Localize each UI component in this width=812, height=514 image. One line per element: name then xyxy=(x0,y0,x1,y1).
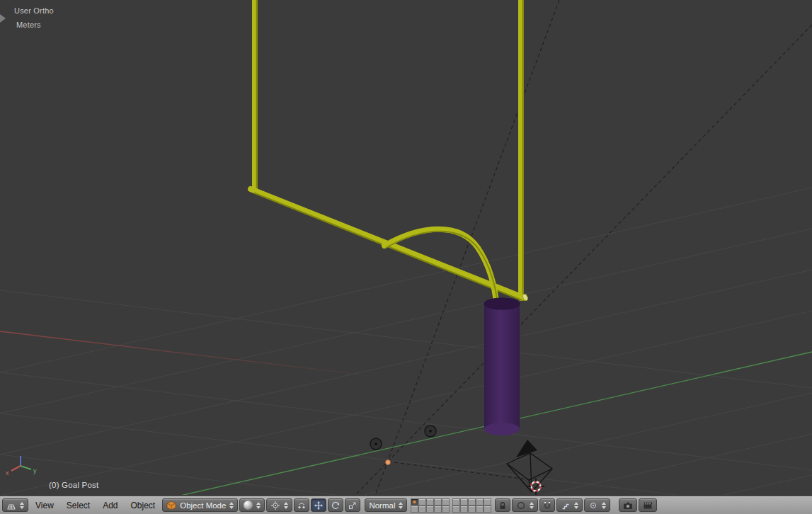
scale-manipulator-button[interactable] xyxy=(345,498,360,512)
spinner-arrows-icon xyxy=(20,502,24,509)
proportional-edit-dropdown[interactable] xyxy=(512,498,538,512)
region-expand-arrow-icon[interactable] xyxy=(0,14,10,23)
viewport-scene: x y xyxy=(0,0,812,496)
rotate-manipulator-icon xyxy=(331,501,341,510)
layers-group-2 xyxy=(452,498,491,513)
snap-magnet-icon xyxy=(542,501,552,510)
axis-gizmo: x y xyxy=(6,456,37,476)
viewport-shading-dropdown[interactable] xyxy=(239,498,265,512)
lock-to-scene-button[interactable] xyxy=(495,498,510,512)
layers-group-1 xyxy=(411,498,450,513)
layer-toggle[interactable] xyxy=(434,498,442,506)
viewport-shading-sphere-icon xyxy=(244,501,253,510)
snap-element-dropdown[interactable] xyxy=(556,498,583,512)
layer-toggle[interactable] xyxy=(418,506,426,513)
layer-toggle[interactable] xyxy=(442,506,450,513)
layer-toggle[interactable] xyxy=(426,498,434,506)
layer-toggle[interactable] xyxy=(411,506,418,513)
empty-sphere-object[interactable] xyxy=(370,438,382,450)
layer-toggle[interactable] xyxy=(476,498,484,506)
menu-object[interactable]: Object xyxy=(125,499,162,512)
mode-dropdown[interactable]: Object Mode xyxy=(162,498,238,512)
layer-toggle[interactable] xyxy=(476,506,484,513)
opengl-render-button[interactable] xyxy=(619,498,637,512)
layer-toggle[interactable] xyxy=(460,498,468,506)
translate-manipulator-icon xyxy=(314,501,324,510)
layer-toggle[interactable] xyxy=(434,506,442,513)
menu-select[interactable]: Select xyxy=(60,499,96,512)
spinner-arrows-icon xyxy=(229,502,234,509)
goal-post-object[interactable] xyxy=(251,0,529,306)
viewport-header: View Select Add Object Object Mode xyxy=(0,496,812,514)
mode-dropdown-label: Object Mode xyxy=(180,501,226,510)
opengl-render-animation-button[interactable] xyxy=(639,498,657,512)
spinner-arrows-icon xyxy=(256,502,261,509)
spinner-arrows-icon xyxy=(602,502,606,509)
spinner-arrows-icon xyxy=(530,502,534,509)
pivot-center-dropdown[interactable] xyxy=(266,498,292,512)
layer-toggle[interactable] xyxy=(460,506,468,513)
layer-toggle[interactable] xyxy=(411,498,418,506)
empty-sphere-object-2[interactable] xyxy=(425,426,436,437)
spinner-arrows-icon xyxy=(399,502,403,509)
gizmo-y-label: y xyxy=(33,467,37,474)
layer-toggle[interactable] xyxy=(442,498,450,506)
3d-viewport[interactable]: x y User Ortho Meters (0) Goal Post xyxy=(0,0,812,496)
object-origin-dot[interactable] xyxy=(386,460,391,465)
snap-toggle-button[interactable] xyxy=(539,498,555,512)
opengl-render-camera-icon xyxy=(623,501,633,510)
object-mode-cube-icon xyxy=(166,501,176,510)
layers-widget xyxy=(411,498,491,513)
layer-toggle[interactable] xyxy=(418,498,426,506)
layer-toggle[interactable] xyxy=(452,498,460,506)
layer-toggle[interactable] xyxy=(452,506,460,513)
orientation-label: Normal xyxy=(369,501,395,510)
rotate-manipulator-button[interactable] xyxy=(328,498,343,512)
manipulate-center-points-toggle[interactable] xyxy=(294,498,309,512)
gizmo-x-label: x xyxy=(6,469,9,476)
spinner-arrows-icon xyxy=(574,502,578,509)
lock-icon xyxy=(498,501,508,510)
snap-target-dropdown[interactable] xyxy=(584,498,610,512)
layer-toggle[interactable] xyxy=(484,506,491,513)
menu-add[interactable]: Add xyxy=(96,499,124,512)
proportional-edit-icon xyxy=(516,501,526,510)
scale-manipulator-icon xyxy=(348,501,358,510)
menu-view[interactable]: View xyxy=(29,499,60,512)
camera-object[interactable] xyxy=(507,440,552,492)
spinner-arrows-icon xyxy=(284,502,288,509)
editor-type-button[interactable] xyxy=(2,498,28,512)
pivot-center-icon xyxy=(270,501,280,510)
center-points-icon xyxy=(297,501,307,510)
3d-viewport-editor-icon xyxy=(6,501,16,510)
snap-element-icon xyxy=(561,501,571,510)
x-axis-line xyxy=(0,331,396,379)
layer-toggle[interactable] xyxy=(468,498,476,506)
transform-orientation-dropdown[interactable]: Normal xyxy=(365,498,407,512)
goal-post-base-pad[interactable] xyxy=(484,298,520,435)
layer-toggle[interactable] xyxy=(484,498,491,506)
opengl-render-anim-clapper-icon xyxy=(643,501,653,510)
snap-target-icon xyxy=(588,501,598,510)
layer-toggle[interactable] xyxy=(468,506,476,513)
translate-manipulator-button[interactable] xyxy=(311,498,326,512)
layer-toggle[interactable] xyxy=(426,506,434,513)
blender-window: x y User Ortho Meters (0) Goal Post View… xyxy=(0,0,812,514)
